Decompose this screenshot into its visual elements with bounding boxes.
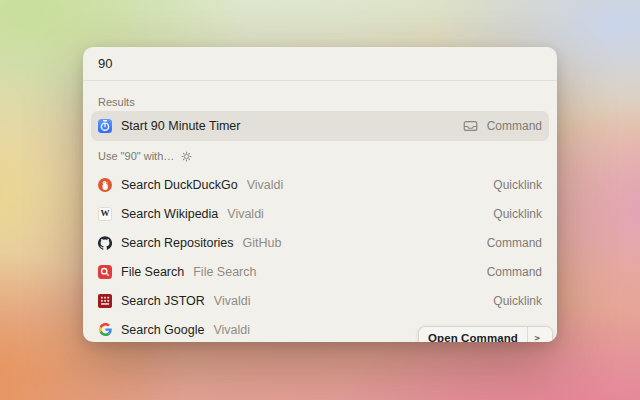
result-title: Start 90 Minute Timer	[121, 119, 241, 133]
result-subtitle: GitHub	[243, 236, 282, 250]
results-section: Use "90" with…Search DuckDuckGoVivaldiQu…	[91, 147, 549, 342]
duckduckgo-icon	[98, 178, 112, 192]
result-title: Search Wikipedia	[121, 207, 218, 221]
result-subtitle: Vivaldi	[214, 294, 251, 308]
result-row[interactable]: Search DuckDuckGoVivaldiQuicklink	[91, 170, 549, 199]
jstor-icon	[98, 294, 112, 308]
results-section: ResultsStart 90 Minute TimerCommand	[91, 93, 549, 141]
result-title: File Search	[121, 265, 184, 279]
wikipedia-icon: W	[98, 207, 112, 221]
result-title: Search Google	[121, 323, 204, 337]
tray-icon	[463, 120, 478, 132]
result-type-label: Command	[487, 265, 542, 279]
enter-key-icon: >_	[527, 327, 552, 342]
result-subtitle: Vivaldi	[213, 323, 250, 337]
result-row[interactable]: Search JSTORVivaldiQuicklink	[91, 286, 549, 315]
result-type-label: Command	[487, 119, 542, 133]
section-label: Use "90" with…	[98, 150, 174, 162]
gear-icon[interactable]	[181, 151, 192, 162]
github-icon	[98, 236, 112, 250]
result-row[interactable]: Search RepositoriesGitHubCommand	[91, 228, 549, 257]
result-subtitle: Vivaldi	[247, 178, 284, 192]
results-area: ResultsStart 90 Minute TimerCommandUse "…	[83, 93, 557, 342]
result-subtitle: File Search	[193, 265, 256, 279]
file-search-icon	[98, 265, 112, 279]
result-type-label: Quicklink	[493, 207, 542, 221]
section-label: Results	[98, 96, 135, 108]
open-command-button[interactable]: Open Command >_	[418, 326, 553, 342]
result-row[interactable]: WSearch WikipediaVivaldiQuicklink	[91, 199, 549, 228]
result-title: Search JSTOR	[121, 294, 205, 308]
result-row[interactable]: Start 90 Minute TimerCommand	[91, 111, 549, 141]
result-type-label: Quicklink	[493, 294, 542, 308]
result-subtitle: Vivaldi	[227, 207, 264, 221]
google-icon	[98, 323, 112, 337]
result-title: Search Repositories	[121, 236, 234, 250]
result-type-label: Quicklink	[493, 178, 542, 192]
result-title: Search DuckDuckGo	[121, 178, 238, 192]
search-bar	[83, 47, 557, 81]
timer-icon	[98, 119, 112, 133]
result-row[interactable]: File SearchFile SearchCommand	[91, 257, 549, 286]
result-type-label: Command	[487, 236, 542, 250]
launcher-window: ResultsStart 90 Minute TimerCommandUse "…	[83, 47, 557, 342]
search-input[interactable]	[98, 56, 542, 71]
open-command-label: Open Command	[419, 332, 527, 342]
